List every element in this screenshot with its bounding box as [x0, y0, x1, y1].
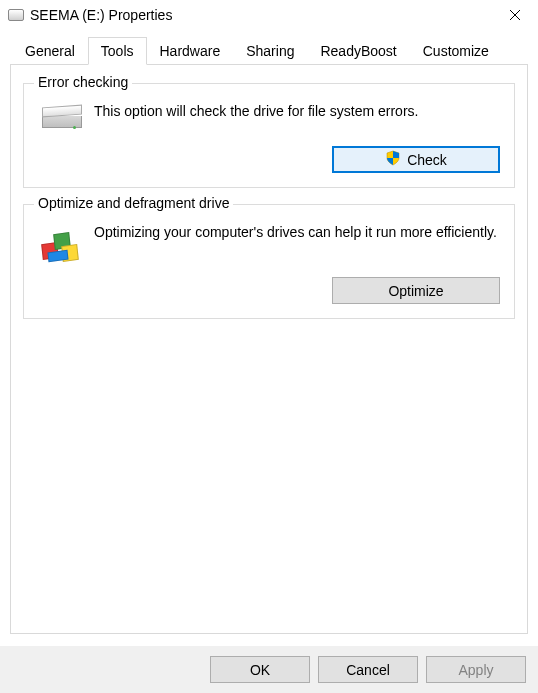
apply-label: Apply — [458, 662, 493, 678]
titlebar: SEEMA (E:) Properties — [0, 0, 538, 30]
ok-label: OK — [250, 662, 270, 678]
tab-sharing[interactable]: Sharing — [233, 37, 307, 64]
tab-tools[interactable]: Tools — [88, 37, 147, 65]
drive-small-icon — [8, 9, 24, 21]
drive-icon — [38, 102, 86, 132]
tab-hardware[interactable]: Hardware — [147, 37, 234, 64]
tab-customize[interactable]: Customize — [410, 37, 502, 64]
close-button[interactable] — [492, 0, 538, 30]
tab-general[interactable]: General — [12, 37, 88, 64]
check-button-label: Check — [407, 152, 447, 168]
optimize-button-label: Optimize — [388, 283, 443, 299]
group-error-checking: Error checking This option will check th… — [23, 83, 515, 188]
tab-body: Error checking This option will check th… — [10, 64, 528, 634]
ok-button[interactable]: OK — [210, 656, 310, 683]
defrag-icon — [38, 223, 86, 263]
cancel-button[interactable]: Cancel — [318, 656, 418, 683]
tabstrip: General Tools Hardware Sharing ReadyBoos… — [12, 36, 528, 64]
dialog-footer: OK Cancel Apply — [0, 646, 538, 693]
optimize-desc: Optimizing your computer's drives can he… — [86, 223, 500, 241]
apply-button: Apply — [426, 656, 526, 683]
check-button[interactable]: Check — [332, 146, 500, 173]
cancel-label: Cancel — [346, 662, 390, 678]
error-check-desc: This option will check the drive for fil… — [86, 102, 500, 120]
group-title-error-checking: Error checking — [34, 74, 132, 90]
window-title: SEEMA (E:) Properties — [30, 7, 492, 23]
group-title-optimize: Optimize and defragment drive — [34, 195, 233, 211]
close-icon — [509, 9, 521, 21]
uac-shield-icon — [385, 150, 401, 169]
group-optimize: Optimize and defragment drive Optimizing… — [23, 204, 515, 319]
tab-readyboost[interactable]: ReadyBoost — [307, 37, 409, 64]
optimize-button[interactable]: Optimize — [332, 277, 500, 304]
